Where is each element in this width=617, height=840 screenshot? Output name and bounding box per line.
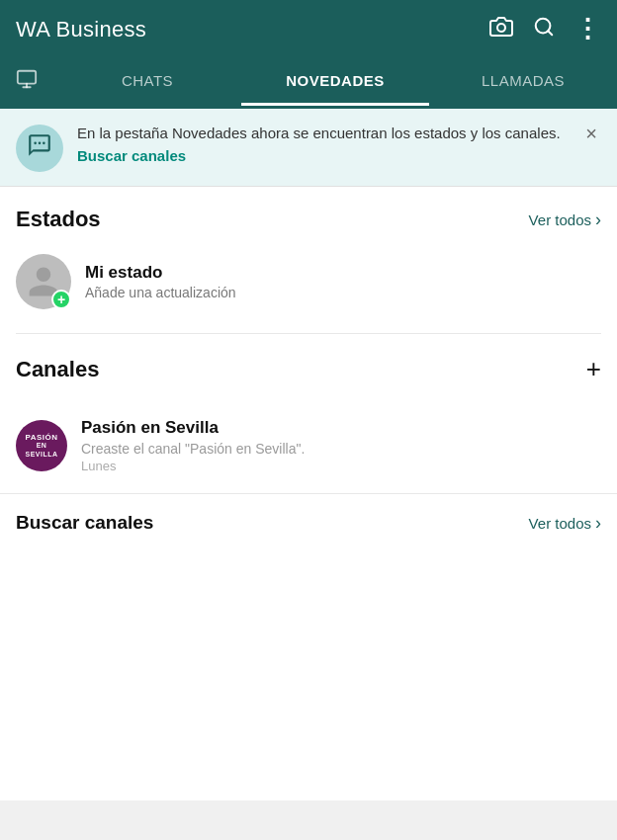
tab-store-icon[interactable] xyxy=(0,54,53,109)
navigation-tabs: Chats Novedades Llamadas xyxy=(0,54,617,109)
app-title: WA Business xyxy=(16,17,146,42)
avatar-wrap: + xyxy=(16,254,71,309)
svg-point-7 xyxy=(39,142,42,145)
buscar-canales-label: Buscar canales xyxy=(16,512,153,534)
main-content: En la pestaña Novedades ahora se encuent… xyxy=(0,109,617,800)
svg-point-8 xyxy=(43,142,45,145)
ver-todos-estados-link[interactable]: Ver todos › xyxy=(529,210,601,230)
estados-header: Estados Ver todos › xyxy=(16,207,601,232)
svg-line-2 xyxy=(548,31,552,35)
canal-logo-top: PASIÓN xyxy=(25,433,57,443)
estados-section: Estados Ver todos › + Mi estado Añade un… xyxy=(0,187,617,333)
info-banner: En la pestaña Novedades ahora se encuent… xyxy=(0,109,617,187)
buscar-canales-row[interactable]: Buscar canales Ver todos › xyxy=(0,493,617,551)
banner-icon-wrap xyxy=(16,125,63,172)
canal-logo-sub: EN SEVILLA xyxy=(20,442,63,459)
estados-title: Estados xyxy=(16,207,101,232)
canal-name: Pasión en Sevilla xyxy=(81,418,601,438)
canales-section: Canales + xyxy=(0,334,617,406)
header-actions: ⋮ xyxy=(489,14,601,44)
add-canal-icon[interactable]: + xyxy=(586,354,601,384)
close-icon[interactable]: × xyxy=(581,123,601,145)
estado-sub: Añade una actualización xyxy=(85,285,601,300)
my-estado-item[interactable]: + Mi estado Añade una actualización xyxy=(16,246,601,325)
banner-link[interactable]: Buscar canales xyxy=(77,147,186,164)
svg-rect-3 xyxy=(18,71,36,84)
app-header: WA Business ⋮ xyxy=(0,0,617,54)
canal-item[interactable]: PASIÓN EN SEVILLA Pasión en Sevilla Crea… xyxy=(0,406,617,485)
ver-todos-buscar-link[interactable]: Ver todos › xyxy=(529,513,601,534)
svg-point-6 xyxy=(34,142,37,145)
banner-message: En la pestaña Novedades ahora se encuent… xyxy=(77,125,561,141)
tab-novedades[interactable]: Novedades xyxy=(241,58,429,106)
estado-text: Mi estado Añade una actualización xyxy=(85,263,601,300)
camera-icon[interactable] xyxy=(489,15,513,44)
canal-description: Creaste el canal "Pasión en Sevilla". xyxy=(81,441,601,457)
estado-name: Mi estado xyxy=(85,263,601,283)
chat-bubble-icon xyxy=(27,132,52,164)
canales-title: Canales xyxy=(16,357,99,382)
canales-header: Canales + xyxy=(16,354,601,384)
add-status-icon[interactable]: + xyxy=(51,290,71,309)
canal-text-wrap: Pasión en Sevilla Creaste el canal "Pasi… xyxy=(81,418,601,473)
canal-day: Lunes xyxy=(81,459,601,473)
search-icon[interactable] xyxy=(533,16,555,43)
tab-chats[interactable]: Chats xyxy=(53,58,241,106)
more-options-icon[interactable]: ⋮ xyxy=(574,14,601,44)
canal-avatar: PASIÓN EN SEVILLA xyxy=(16,420,67,471)
tab-llamadas[interactable]: Llamadas xyxy=(429,58,617,106)
svg-point-0 xyxy=(497,24,505,32)
banner-text-wrap: En la pestaña Novedades ahora se encuent… xyxy=(77,123,568,165)
